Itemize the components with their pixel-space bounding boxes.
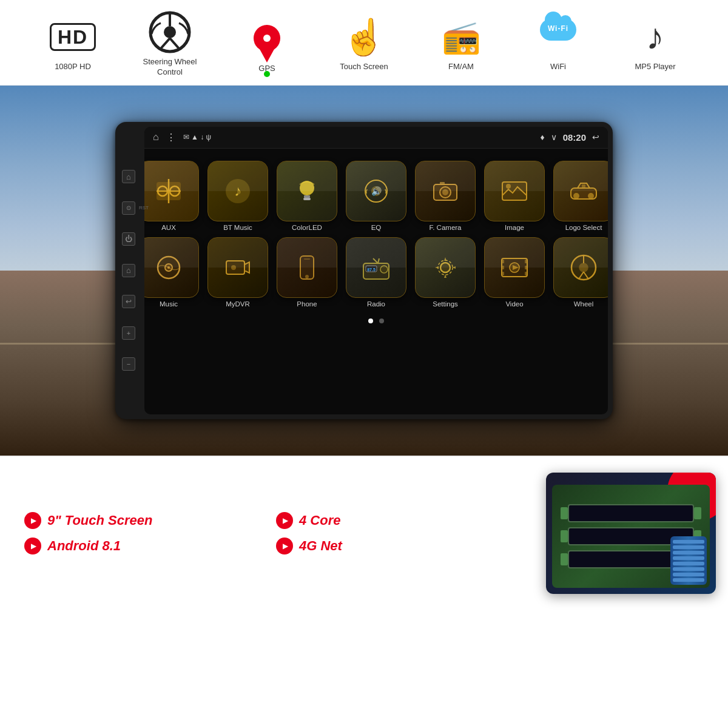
spec-text-2: 4 Core <box>299 513 340 528</box>
svg-rect-50 <box>525 272 527 275</box>
app-icon-eq[interactable]: 🔊 <box>346 161 406 221</box>
app-icon-mydvr[interactable] <box>207 237 268 298</box>
status-left-icons: ⌂ ⋮ ✉ ▲ ↓ ψ <box>153 132 211 143</box>
spec-text-1: 9" Touch Screen <box>47 513 152 528</box>
app-label-image: Image <box>505 224 524 231</box>
app-item-colorled: ColorLED <box>277 161 337 231</box>
svg-point-34 <box>305 275 309 278</box>
screen: ⌂ ⋮ ✉ ▲ ↓ ψ ♦ ∨ 08:20 ↩ <box>144 127 608 414</box>
page-dot-1 <box>368 318 373 323</box>
feature-steering-label: Steering Wheel Control <box>143 57 197 78</box>
signal-icon: ∨ <box>551 132 557 142</box>
feature-touch: ☝ Touch Screen <box>337 16 391 72</box>
app-item-music: Music <box>144 237 199 308</box>
feature-hd-label: 1080P HD <box>55 62 91 72</box>
app-row-2: Music MyDVR <box>157 237 596 308</box>
svg-point-53 <box>579 263 588 272</box>
svg-line-4 <box>170 38 179 49</box>
back-status-icon: ↩ <box>592 132 599 142</box>
feature-wifi: Wi-Fi WiFi <box>531 16 585 72</box>
heatsink <box>670 536 707 585</box>
app-icon-bt[interactable]: ♪ <box>207 161 268 221</box>
svg-point-39 <box>380 266 388 273</box>
app-icon-colorled[interactable] <box>277 161 337 221</box>
app-label-aux: AUX <box>161 224 176 231</box>
gps-icon <box>254 14 280 60</box>
svg-rect-45 <box>502 260 504 263</box>
power-button[interactable]: ⏻ <box>122 232 135 246</box>
app-label-fcamera: F. Camera <box>429 224 461 231</box>
svg-rect-47 <box>502 272 504 275</box>
svg-rect-14 <box>303 198 311 200</box>
app-item-video: Video <box>484 237 545 308</box>
svg-line-40 <box>373 258 378 263</box>
gps-status-icon: ♦ <box>540 132 544 142</box>
app-icon-logoselect[interactable] <box>553 161 608 221</box>
app-grid: AUX ♪ BT Music <box>144 149 608 333</box>
status-time: 08:20 <box>563 132 586 143</box>
rst-button[interactable]: ⊙ <box>122 201 135 215</box>
app-label-eq: EQ <box>371 224 382 231</box>
svg-line-3 <box>161 38 170 49</box>
feature-mp5-label: MP5 Player <box>635 62 675 72</box>
home-status-icon: ⌂ <box>153 132 159 143</box>
app-icon-phone[interactable] <box>277 237 337 298</box>
app-icon-video[interactable] <box>484 237 545 298</box>
spec-text-4: 4G Net <box>299 538 342 554</box>
home2-button[interactable]: ⌂ <box>122 264 135 277</box>
svg-point-42 <box>440 263 450 272</box>
svg-point-25 <box>573 193 579 199</box>
app-icon-music[interactable] <box>144 237 199 298</box>
specs-area: 9" Touch Screen 4 Core Android 8.1 4G Ne… <box>0 457 534 610</box>
app-item-eq: 🔊 EQ <box>346 161 406 231</box>
vol-up-button[interactable]: + <box>122 326 135 340</box>
chip-1 <box>568 504 694 522</box>
app-label-phone: Phone <box>297 300 317 308</box>
vol-down-button[interactable]: − <box>122 357 135 371</box>
app-item-radio: 87.5 Radio <box>346 237 406 308</box>
svg-point-26 <box>588 193 594 199</box>
app-item-settings: Settings <box>415 237 476 308</box>
app-icon-fcamera[interactable] <box>415 161 476 221</box>
svg-rect-49 <box>525 266 527 269</box>
svg-line-41 <box>378 258 379 263</box>
app-label-settings: Settings <box>433 300 458 308</box>
app-icon-wheel[interactable] <box>553 237 608 298</box>
bottom-section: 9" Touch Screen 4 Core Android 8.1 4G Ne… <box>0 456 728 610</box>
app-icon-image[interactable] <box>484 161 545 221</box>
svg-text:87.5: 87.5 <box>367 268 376 272</box>
home-button[interactable]: ⌂ <box>122 170 135 183</box>
app-item-fcamera: F. Camera <box>415 161 476 231</box>
hardware-image-area <box>534 457 728 610</box>
feature-hd: HD 1080P HD <box>46 16 100 72</box>
app-icon-settings[interactable] <box>415 237 476 298</box>
app-label-colorled: ColorLED <box>292 224 322 231</box>
app-row-1: AUX ♪ BT Music <box>157 161 596 231</box>
page-dot-2 <box>379 318 384 323</box>
app-icon-aux[interactable] <box>144 161 199 221</box>
svg-rect-13 <box>304 195 310 198</box>
spec-arrow-4 <box>276 538 293 554</box>
app-label-mydvr: MyDVR <box>226 300 250 308</box>
feature-mp5: ♪ MP5 Player <box>628 16 682 72</box>
back-button[interactable]: ↩ <box>122 295 135 308</box>
app-label-bt: BT Music <box>223 224 252 231</box>
page-indicator <box>157 318 596 327</box>
app-label-music: Music <box>160 300 178 308</box>
svg-point-12 <box>300 181 314 195</box>
app-item-phone: Phone <box>277 237 337 308</box>
feature-gps: GPS <box>240 14 294 74</box>
touch-screen-icon: ☝ <box>342 16 386 58</box>
app-item-image: Image <box>484 161 545 231</box>
wifi-icon: Wi-Fi <box>534 16 582 58</box>
side-button-group: ⌂ ⊙ RST ⏻ ⌂ ↩ + − <box>115 155 142 386</box>
app-item-mydvr: MyDVR <box>207 237 268 308</box>
app-label-wheel: Wheel <box>574 300 594 308</box>
rst-label: RST <box>139 205 149 211</box>
spec-text-3: Android 8.1 <box>47 538 121 554</box>
spec-arrow-2 <box>276 512 293 529</box>
app-item-logoselect: Logo Select <box>553 161 608 231</box>
app-icon-radio[interactable]: 87.5 <box>346 237 406 298</box>
spec-4core: 4 Core <box>276 512 510 529</box>
svg-rect-27 <box>582 184 585 188</box>
